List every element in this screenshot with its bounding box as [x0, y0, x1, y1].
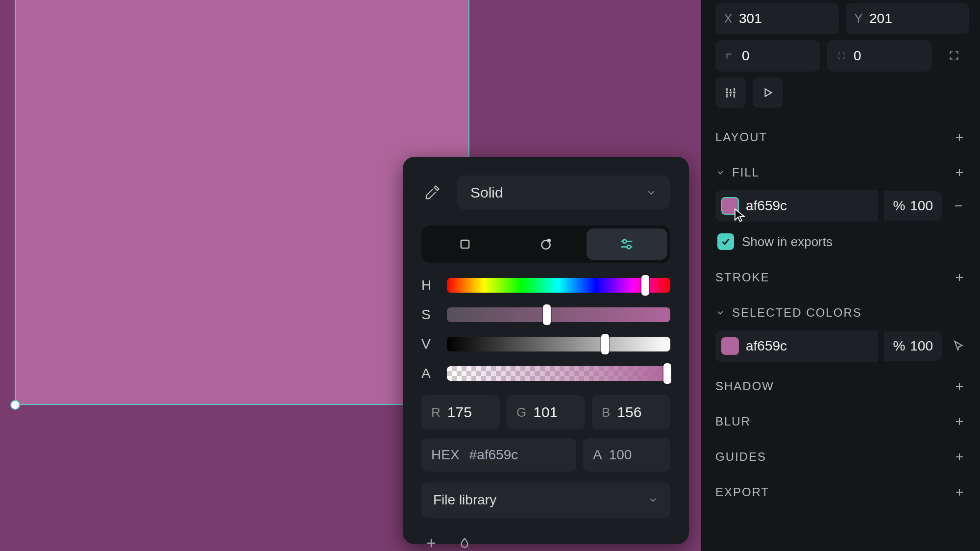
chevron-down-icon[interactable]	[715, 168, 725, 177]
r-input[interactable]: R175	[421, 395, 500, 429]
eyedropper-button[interactable]	[421, 182, 443, 203]
y-input[interactable]: Y201	[846, 3, 969, 34]
chevron-down-icon	[646, 187, 657, 198]
chevron-down-icon[interactable]	[715, 308, 725, 318]
chevron-down-icon	[648, 495, 659, 505]
export-section-header: EXPORT	[715, 475, 969, 510]
hex-input[interactable]: HEX#af659c	[421, 438, 576, 472]
color-tab-wheel[interactable]	[505, 228, 586, 260]
saturation-label: S	[421, 307, 435, 323]
add-stroke-button[interactable]	[954, 272, 965, 283]
layout-section-header: LAYOUT	[715, 120, 969, 155]
droplet-button[interactable]	[455, 533, 474, 551]
add-guides-button[interactable]	[954, 451, 965, 463]
selected-swatch-icon	[721, 337, 739, 355]
alpha-slider[interactable]	[447, 366, 670, 381]
remove-fill-button[interactable]	[948, 191, 969, 221]
fill-color-button[interactable]: af659c	[715, 190, 878, 222]
guides-title: GUIDES	[715, 450, 766, 464]
selected-hex-label: af659c	[746, 338, 787, 354]
fill-swatch-icon	[721, 197, 739, 215]
add-swatch-button[interactable]	[421, 533, 441, 551]
x-input[interactable]: X301	[715, 3, 839, 34]
show-in-exports-label: Show in exports	[742, 234, 833, 250]
fill-type-label: Solid	[470, 184, 503, 201]
svg-point-4	[627, 245, 631, 249]
color-library-label: File library	[433, 492, 496, 508]
fill-title: FILL	[732, 166, 760, 179]
saturation-slider[interactable]	[447, 307, 670, 322]
color-tab-square[interactable]	[424, 228, 505, 260]
alpha-input[interactable]: A100	[583, 438, 670, 472]
blur-title: BLUR	[715, 415, 751, 428]
color-tab-sliders[interactable]	[587, 228, 667, 260]
guides-section-header: GUIDES	[715, 439, 969, 475]
value-label: V	[421, 336, 435, 352]
shadow-section-header: SHADOW	[715, 369, 969, 404]
color-picker-panel: Solid H S V A R175 G101 B156	[403, 157, 689, 544]
hue-slider[interactable]	[447, 278, 670, 293]
selected-color-item: af659c %100	[715, 330, 969, 362]
layout-title: LAYOUT	[715, 130, 767, 144]
expand-radii-button[interactable]	[939, 40, 969, 71]
stroke-title: STROKE	[715, 271, 770, 284]
hue-label: H	[421, 277, 435, 293]
color-mode-tabs	[421, 225, 670, 263]
play-button[interactable]	[753, 77, 783, 108]
svg-rect-0	[461, 240, 468, 248]
inspector-panel: X301 Y201 0 0 LAYOUT FILL af659c %100	[701, 0, 980, 551]
canvas-resize-handle-bl[interactable]	[10, 400, 20, 410]
radius-icon	[836, 50, 847, 61]
add-shadow-button[interactable]	[954, 380, 965, 392]
svg-point-2	[548, 239, 550, 242]
shadow-title: SHADOW	[715, 379, 774, 393]
add-fill-button[interactable]	[954, 167, 965, 178]
radius-input[interactable]: 0	[827, 40, 932, 72]
fill-section-header: FILL	[715, 155, 969, 190]
show-in-exports-checkbox[interactable]	[717, 233, 734, 250]
export-title: EXPORT	[715, 485, 769, 499]
fill-type-select[interactable]: Solid	[457, 175, 670, 210]
svg-point-3	[623, 240, 627, 243]
auto-layout-button[interactable]	[715, 77, 746, 108]
fill-item: af659c %100	[715, 190, 969, 222]
selected-color-button[interactable]: af659c	[715, 330, 878, 362]
b-input[interactable]: B156	[592, 395, 670, 429]
rotation-icon	[724, 50, 735, 61]
selected-colors-title: SELECTED COLORS	[732, 306, 862, 320]
selected-colors-section-header: SELECTED COLORS	[715, 295, 969, 330]
alpha-label: A	[421, 366, 435, 381]
blur-section-header: BLUR	[715, 404, 969, 439]
add-blur-button[interactable]	[954, 416, 965, 427]
canvas-selected-rect[interactable]	[15, 0, 469, 405]
fill-hex-label: af659c	[746, 198, 787, 214]
fill-opacity-input[interactable]: %100	[884, 191, 942, 221]
selected-opacity-input[interactable]: %100	[884, 331, 942, 361]
add-export-button[interactable]	[954, 486, 965, 498]
rotation-input[interactable]: 0	[715, 40, 820, 72]
select-color-cursor-button[interactable]	[948, 331, 969, 361]
g-input[interactable]: G101	[507, 395, 585, 429]
stroke-section-header: STROKE	[715, 260, 969, 295]
color-library-select[interactable]: File library	[421, 482, 670, 518]
add-layout-button[interactable]	[954, 131, 965, 143]
value-slider[interactable]	[447, 337, 670, 351]
